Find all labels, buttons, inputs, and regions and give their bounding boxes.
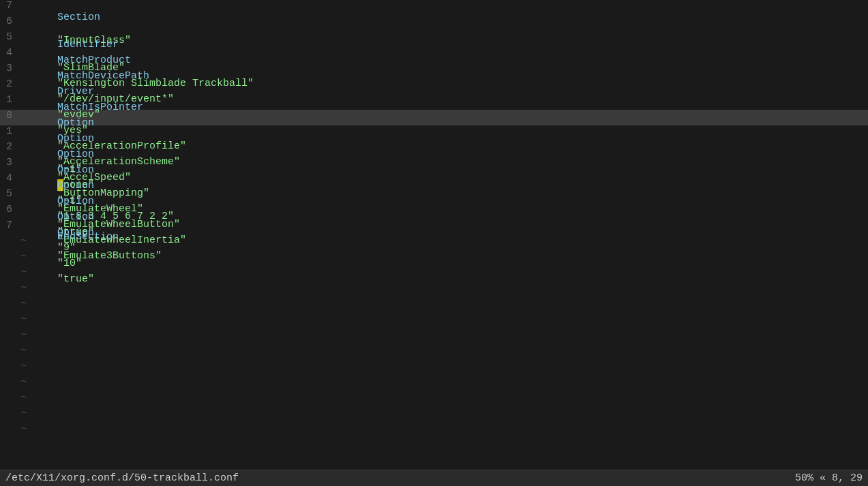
line-number-tilde: [0, 235, 20, 247]
line-number-tilde: [0, 251, 20, 262]
tilde-line: ~: [0, 345, 868, 361]
line-number: 5: [0, 31, 20, 43]
line-driver: 3 Driver "evdev": [0, 63, 868, 78]
line-number-tilde: [0, 361, 20, 372]
line-number: 3: [0, 157, 20, 168]
line-number-tilde: [0, 282, 20, 294]
line-option-emulatewheel: 3 Option "EmulateWheel" "true": [0, 157, 868, 172]
line-number: 2: [0, 78, 20, 90]
line-number: 6: [0, 204, 20, 215]
tilde: ~: [20, 282, 27, 294]
tilde-line: ~: [0, 361, 868, 376]
option-val-emulate3buttons: "true": [57, 273, 94, 285]
line-number-tilde: [0, 329, 20, 341]
line-number-tilde: [0, 392, 20, 404]
line-number: 2: [0, 141, 20, 153]
tilde: ~: [20, 329, 27, 341]
line-option-accscheme: 8 Option "AccelerationScheme" none": [0, 110, 868, 125]
line-number: 7: [0, 0, 20, 12]
line-number: 3: [0, 63, 20, 74]
keyword-endsection: EndSection: [57, 231, 119, 243]
line-number-tilde: [0, 345, 20, 356]
line-endsection: 7 EndSection: [0, 219, 868, 235]
line-option-accprofile: 1 Option "AccelerationProfile" "-1": [0, 94, 868, 110]
tilde: ~: [20, 298, 27, 309]
tilde-line: ~: [0, 376, 868, 392]
tilde: ~: [20, 361, 27, 372]
line-number: 6: [0, 16, 20, 27]
tilde: ~: [20, 251, 27, 262]
tilde-line: ~: [0, 423, 868, 439]
tilde: ~: [20, 345, 27, 356]
line-content: EndSection: [20, 219, 868, 254]
line-option-emulatewheelbutton: 4 Option "EmulateWheelButton" "9": [0, 172, 868, 188]
line-number: 5: [0, 188, 20, 200]
line-identifier: 6 Identifier "SlimBlade": [0, 16, 868, 31]
status-filepath: /etc/X11/xorg.conf.d/50-trackball.conf: [5, 472, 239, 484]
line-option-emulate3buttons: 6 Option "Emulate3Buttons" "true": [0, 204, 868, 219]
tilde-line: ~: [0, 392, 868, 408]
statusbar: /etc/X11/xorg.conf.d/50-trackball.conf 5…: [0, 470, 868, 486]
tilde: ~: [20, 392, 27, 404]
status-position: 50% « 8, 29: [795, 472, 863, 484]
line-option-emulatewheelInertia: 5 Option "EmulateWheelInertia" "10": [0, 188, 868, 204]
tilde: ~: [20, 235, 27, 247]
line-option-accelspeed: 1 Option "AccelSpeed" "-1": [0, 125, 868, 141]
line-option-buttonmapping: 2 Option "ButtonMapping" "1 8 3 4 5 6 7 …: [0, 141, 868, 157]
line-number: 4: [0, 47, 20, 59]
tilde: ~: [20, 314, 27, 325]
tilde: ~: [20, 376, 27, 388]
tilde: ~: [20, 408, 27, 419]
tilde-line: ~: [0, 329, 868, 345]
line-matchdevicepath: 4 MatchDevicePath "/dev/input/event*": [0, 47, 868, 63]
line-number-tilde: [0, 314, 20, 325]
line-matchispointer: 2 MatchIsPointer "yes": [0, 78, 868, 94]
line-number-tilde: [0, 408, 20, 419]
line-number-tilde: [0, 267, 20, 278]
line-number: 1: [0, 125, 20, 137]
line-number: 1: [0, 94, 20, 106]
line-number: 4: [0, 172, 20, 184]
line-number-tilde: [0, 423, 20, 435]
line-number-tilde: [0, 298, 20, 309]
tilde: ~: [20, 423, 27, 435]
tilde-line: ~: [0, 408, 868, 423]
line-matchproduct: 5 MatchProduct "Kensington Slimblade Tra…: [0, 31, 868, 47]
tilde-line: ~: [0, 314, 868, 329]
editor: 7 Section "InputClass" 6 Identifier "Sli…: [0, 0, 868, 470]
line-number: 7: [0, 219, 20, 231]
tilde: ~: [20, 267, 27, 278]
line-section: 7 Section "InputClass": [0, 0, 868, 16]
tilde-line: ~: [0, 298, 868, 314]
line-number-tilde: [0, 376, 20, 388]
line-number: 8: [0, 110, 20, 121]
